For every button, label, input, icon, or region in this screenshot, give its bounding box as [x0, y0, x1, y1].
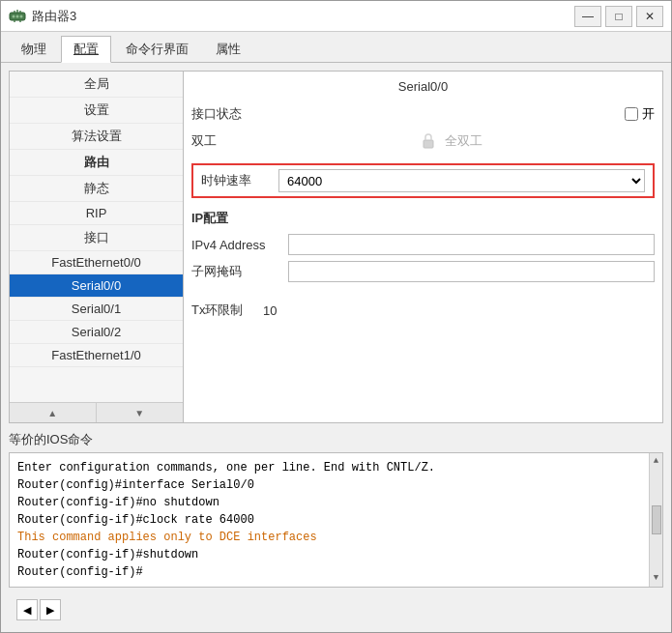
scroll-thumb — [652, 505, 661, 534]
sidebar-item-fe10[interactable]: FastEthernet1/0 — [10, 344, 183, 367]
sidebar-item-settings[interactable]: 设置 — [10, 98, 183, 124]
sidebar-item-static[interactable]: 静态 — [10, 176, 183, 202]
subnet-label: 子网掩码 — [191, 263, 288, 280]
ios-line-0: Enter configuration commands, one per li… — [17, 459, 655, 476]
clock-rate-row: 时钟速率 64000 128000 256000 512000 1000000 … — [191, 163, 655, 198]
tx-row: Tx环限制 10 — [191, 299, 655, 322]
sidebar-item-s00[interactable]: Serial0/0 — [10, 274, 183, 298]
port-status-row: 接口状态 开 — [191, 103, 655, 125]
window-title: 路由器3 — [32, 8, 76, 25]
main-content: 全局 设置 算法设置 路由 静态 RIP 接口 FastEthernet0/0 … — [1, 63, 671, 632]
duplex-label: 双工 — [191, 132, 219, 150]
tab-cli[interactable]: 命令行界面 — [113, 36, 201, 62]
ios-terminal: Enter configuration commands, one per li… — [9, 452, 663, 588]
ip-config-title: IP配置 — [191, 210, 655, 227]
lock-icon — [420, 132, 437, 150]
sidebar-item-s02[interactable]: Serial0/2 — [10, 321, 183, 344]
nav-left-button[interactable]: ◀ — [16, 599, 38, 620]
ios-line-6: Router(config-if)# — [17, 563, 655, 581]
clock-rate-label: 时钟速率 — [201, 172, 278, 189]
close-button[interactable]: ✕ — [636, 6, 663, 27]
sidebar-item-s01[interactable]: Serial0/1 — [10, 298, 183, 321]
main-window: 路由器3 — □ ✕ 物理 配置 命令行界面 属性 全局 设置 算法设置 路由 … — [0, 0, 672, 633]
port-status-label: 接口状态 — [191, 105, 242, 123]
scroll-down-arrow[interactable]: ▼ — [654, 572, 658, 586]
sidebar-item-global[interactable]: 全局 — [10, 72, 183, 98]
title-left: 路由器3 — [9, 8, 76, 25]
ipv4-input[interactable] — [288, 234, 655, 255]
tab-config[interactable]: 配置 — [61, 36, 111, 63]
sidebar-item-rip[interactable]: RIP — [10, 202, 183, 225]
scroll-up-arrow[interactable]: ▲ — [654, 455, 658, 469]
sidebar-item-routing[interactable]: 路由 — [10, 150, 183, 176]
bottom-bar: ◀ ▶ — [9, 595, 663, 624]
svg-point-3 — [20, 14, 23, 17]
right-panel: Serial0/0 接口状态 开 双工 — [184, 72, 662, 422]
ipv4-row: IPv4 Address — [191, 231, 655, 258]
sidebar-scroll-down[interactable]: ▼ — [97, 403, 184, 422]
maximize-button[interactable]: □ — [605, 6, 632, 27]
sidebar-item-algo[interactable]: 算法设置 — [10, 124, 183, 150]
tab-bar: 物理 配置 命令行界面 属性 — [1, 32, 671, 63]
ios-section: 等价的IOS命令 Enter configuration commands, o… — [9, 431, 663, 588]
port-status-checkbox-area: 开 — [625, 105, 655, 123]
title-bar: 路由器3 — □ ✕ — [1, 1, 671, 32]
ios-title: 等价的IOS命令 — [9, 431, 663, 448]
ip-config-section: IP配置 IPv4 Address 子网掩码 — [191, 206, 655, 289]
ios-line-4: This command applies only to DCE interfa… — [17, 529, 655, 546]
nav-right-button[interactable]: ▶ — [40, 599, 61, 620]
tab-props[interactable]: 属性 — [203, 36, 253, 62]
sidebar-item-iface[interactable]: 接口 — [10, 225, 183, 251]
ios-line-5: Router(config-if)#shutdown — [17, 546, 655, 563]
nav-arrows: ◀ ▶ — [16, 599, 61, 620]
ios-line-2: Router(config-if)#no shutdown — [17, 494, 655, 511]
interface-title: Serial0/0 — [191, 79, 655, 98]
subnet-input[interactable] — [288, 261, 655, 282]
duplex-row: 双工 全双工 — [191, 130, 655, 156]
svg-point-1 — [13, 14, 15, 17]
ios-line-3: Router(config-if)#clock rate 64000 — [17, 511, 655, 529]
clock-rate-select[interactable]: 64000 128000 256000 512000 1000000 20000… — [278, 169, 645, 192]
svg-rect-9 — [424, 140, 433, 148]
port-status-checkbox[interactable] — [625, 107, 638, 121]
ipv4-label: IPv4 Address — [191, 238, 288, 252]
ios-scrollbar[interactable]: ▲ ▼ — [649, 453, 662, 587]
window-controls: — □ ✕ — [574, 6, 663, 27]
tx-label: Tx环限制 — [191, 302, 259, 319]
sidebar-scroll-up[interactable]: ▲ — [10, 403, 97, 422]
port-status-on-label: 开 — [642, 105, 655, 123]
tx-value: 10 — [259, 303, 277, 318]
router-icon — [9, 8, 26, 25]
ios-line-1: Router(config)#interface Serial0/0 — [17, 476, 655, 494]
sidebar-item-fe00[interactable]: FastEthernet0/0 — [10, 251, 183, 274]
sidebar-items: 全局 设置 算法设置 路由 静态 RIP 接口 FastEthernet0/0 … — [10, 72, 183, 402]
subnet-row: 子网掩码 — [191, 258, 655, 285]
minimize-button[interactable]: — — [574, 6, 601, 27]
svg-point-2 — [16, 14, 19, 17]
tab-physics[interactable]: 物理 — [9, 36, 59, 62]
full-duplex-label: 全双工 — [445, 132, 482, 150]
sidebar: 全局 设置 算法设置 路由 静态 RIP 接口 FastEthernet0/0 … — [10, 72, 184, 422]
main-panel: 全局 设置 算法设置 路由 静态 RIP 接口 FastEthernet0/0 … — [9, 71, 663, 423]
